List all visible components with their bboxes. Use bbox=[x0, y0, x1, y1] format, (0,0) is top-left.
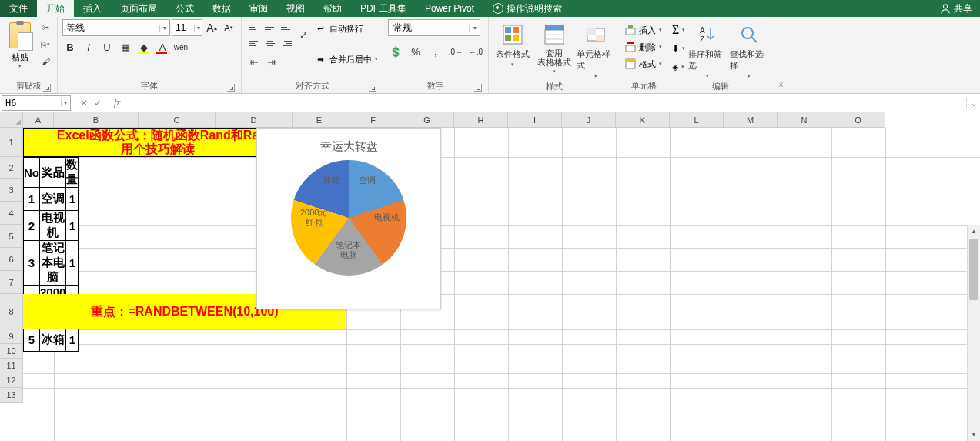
data-cell-empty[interactable] bbox=[79, 188, 79, 211]
data-cell[interactable]: 电视机 bbox=[40, 211, 66, 241]
share-button[interactable]: 共享 bbox=[940, 2, 980, 15]
format-cells-button[interactable]: 格式 bbox=[625, 56, 662, 72]
align-bottom[interactable] bbox=[279, 19, 294, 35]
scroll-up-button[interactable]: ▲ bbox=[968, 225, 980, 238]
align-middle[interactable] bbox=[263, 19, 278, 35]
row-header-7[interactable]: 7 bbox=[0, 271, 23, 294]
format-painter-button[interactable]: 🖌 bbox=[38, 55, 52, 68]
scroll-thumb[interactable] bbox=[969, 239, 978, 300]
col-header-N[interactable]: N bbox=[778, 112, 831, 128]
align-top[interactable] bbox=[246, 19, 262, 35]
tab-help[interactable]: 帮助 bbox=[314, 0, 351, 17]
align-right[interactable] bbox=[279, 35, 294, 51]
row-header-9[interactable]: 9 bbox=[0, 329, 23, 344]
data-cell-empty[interactable] bbox=[79, 241, 79, 286]
merge-center-button[interactable]: ⬌合并后居中 bbox=[314, 52, 378, 67]
col-header-O[interactable]: O bbox=[831, 112, 885, 128]
data-cell[interactable]: 1 bbox=[66, 241, 79, 286]
tab-data[interactable]: 数据 bbox=[203, 0, 240, 17]
row-header-1[interactable]: 1 bbox=[0, 128, 23, 157]
increase-indent-button[interactable]: ⇥ bbox=[263, 54, 279, 69]
cell-styles-button[interactable]: 单元格样式 bbox=[577, 19, 615, 79]
table-format-button[interactable]: 套用 表格格式 bbox=[535, 19, 574, 75]
tab-pdf[interactable]: PDF工具集 bbox=[351, 0, 416, 17]
data-cell[interactable]: 3 bbox=[24, 241, 40, 286]
increase-font-button[interactable]: A▴ bbox=[204, 20, 219, 35]
header-cell[interactable]: 数量 bbox=[66, 158, 79, 188]
data-cell[interactable]: 1 bbox=[66, 211, 79, 241]
clipboard-dialog-launcher[interactable] bbox=[43, 84, 51, 92]
row-header-4[interactable]: 4 bbox=[0, 202, 23, 225]
row-header-6[interactable]: 6 bbox=[0, 248, 23, 271]
decrease-indent-button[interactable]: ⇤ bbox=[246, 54, 262, 69]
tab-home[interactable]: 开始 bbox=[37, 0, 74, 17]
data-cell[interactable]: 冰箱 bbox=[40, 329, 66, 352]
col-header-L[interactable]: L bbox=[670, 112, 724, 128]
select-all-corner[interactable] bbox=[0, 112, 23, 128]
data-cell[interactable]: 1 bbox=[66, 188, 79, 211]
bold-button[interactable]: B bbox=[62, 39, 78, 55]
header-cell-empty[interactable] bbox=[79, 158, 79, 188]
name-box-input[interactable] bbox=[2, 98, 61, 109]
decrease-font-button[interactable]: A▾ bbox=[221, 20, 236, 35]
col-header-E[interactable]: E bbox=[293, 112, 346, 128]
accounting-format-button[interactable]: 💲 bbox=[388, 44, 403, 59]
data-cell[interactable]: 5 bbox=[24, 329, 40, 352]
fill-button[interactable]: ⬇ bbox=[672, 41, 685, 56]
row-header-5[interactable]: 5 bbox=[0, 225, 23, 248]
worksheet-grid[interactable]: ABCDEFGHIJKLMNO 12345678910111213 Excel函… bbox=[0, 112, 980, 441]
data-cell[interactable]: 空调 bbox=[40, 188, 66, 211]
autosum-button[interactable]: Σ bbox=[672, 22, 685, 38]
delete-cells-button[interactable]: 删除 bbox=[625, 39, 662, 55]
chart-lucky-wheel[interactable]: 幸运大转盘 空调 电视机 笔记本 电脑 2000元 红包 冰箱 bbox=[256, 128, 441, 309]
col-header-F[interactable]: F bbox=[346, 112, 400, 128]
col-header-K[interactable]: K bbox=[616, 112, 670, 128]
tab-review[interactable]: 审阅 bbox=[240, 0, 277, 17]
col-header-G[interactable]: G bbox=[400, 112, 454, 128]
tab-view[interactable]: 视图 bbox=[277, 0, 314, 17]
scroll-down-button[interactable]: ▼ bbox=[968, 428, 980, 441]
header-cell[interactable]: 奖品 bbox=[40, 158, 66, 188]
row-header-3[interactable]: 3 bbox=[0, 179, 23, 202]
name-box[interactable]: ▾ bbox=[2, 95, 71, 111]
align-left[interactable] bbox=[246, 35, 262, 51]
data-cell-empty[interactable] bbox=[79, 211, 79, 241]
col-header-A[interactable]: A bbox=[23, 112, 54, 128]
col-header-M[interactable]: M bbox=[724, 112, 778, 128]
increase-decimal-button[interactable]: .0→ bbox=[448, 44, 463, 59]
collapse-ribbon-button[interactable]: ㄨ bbox=[773, 17, 788, 93]
row-header-12[interactable]: 12 bbox=[0, 373, 23, 388]
sort-filter-button[interactable]: AZ排序和筛选 bbox=[688, 19, 727, 79]
col-header-B[interactable]: B bbox=[54, 112, 139, 128]
cancel-formula-button[interactable]: ✕ bbox=[80, 98, 88, 109]
title-cell[interactable]: Excel函数公式：随机函数Rand和Ra 用个技巧解读 bbox=[23, 128, 293, 157]
clear-button[interactable]: ◈ bbox=[672, 59, 685, 75]
expand-formula-bar[interactable]: ⌄ bbox=[966, 98, 980, 109]
orientation-button[interactable]: ⤢ bbox=[296, 28, 311, 43]
tab-formulas[interactable]: 公式 bbox=[166, 0, 203, 17]
font-name-input[interactable] bbox=[63, 22, 159, 33]
align-center[interactable] bbox=[263, 35, 278, 51]
fx-icon[interactable]: fx bbox=[109, 97, 125, 109]
data-cell[interactable]: 1 bbox=[66, 329, 79, 352]
underline-button[interactable]: U bbox=[99, 39, 115, 55]
find-select-button[interactable]: 查找和选择 bbox=[730, 19, 768, 79]
italic-button[interactable]: I bbox=[81, 39, 96, 55]
col-header-J[interactable]: J bbox=[562, 112, 616, 128]
data-cell[interactable]: 2 bbox=[24, 211, 40, 241]
font-dialog-launcher[interactable] bbox=[227, 84, 235, 92]
number-dialog-launcher[interactable] bbox=[474, 84, 482, 92]
col-header-H[interactable]: H bbox=[454, 112, 508, 128]
col-header-I[interactable]: I bbox=[508, 112, 562, 128]
data-cell-empty[interactable] bbox=[79, 329, 79, 352]
number-format-select[interactable]: 常规▾ bbox=[388, 19, 480, 36]
data-cell[interactable]: 笔记本电脑 bbox=[40, 241, 66, 286]
col-header-C[interactable]: C bbox=[139, 112, 216, 128]
header-cell[interactable]: No bbox=[24, 158, 40, 188]
tab-layout[interactable]: 页面布局 bbox=[111, 0, 166, 17]
font-size-input[interactable] bbox=[172, 22, 194, 33]
row-header-13[interactable]: 13 bbox=[0, 388, 23, 403]
percent-button[interactable]: % bbox=[408, 44, 423, 59]
fill-color-button[interactable]: ◆ bbox=[136, 39, 152, 55]
align-dialog-launcher[interactable] bbox=[369, 84, 376, 92]
